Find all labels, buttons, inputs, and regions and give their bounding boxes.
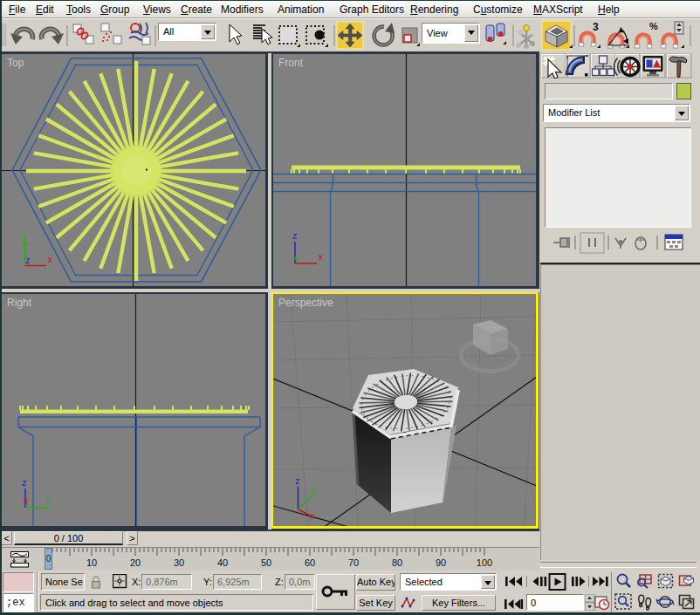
svg-text:90: 90 [436,557,446,568]
svg-text:80: 80 [392,557,402,568]
svg-text:70: 70 [348,557,359,568]
svg-text:Perspective: Perspective [278,297,333,309]
svg-text:z: z [295,475,300,486]
svg-text:20: 20 [130,557,141,568]
svg-text:100: 100 [477,557,492,568]
svg-text:x: x [319,251,324,262]
svg-text:z: z [22,477,27,488]
svg-text:30: 30 [174,557,184,568]
svg-text:x: x [310,510,315,521]
svg-text:x: x [48,254,53,264]
svg-text:y: y [294,253,299,263]
svg-text:3: 3 [593,21,599,33]
svg-text:y: y [22,230,27,241]
svg-text:60: 60 [305,557,315,568]
svg-text:y: y [312,485,317,495]
svg-text:Right: Right [7,297,32,309]
svg-text:50: 50 [261,557,271,568]
svg-text:10: 10 [86,557,97,568]
svg-text:Top: Top [7,57,24,69]
svg-text:y: y [45,495,51,506]
svg-text:z: z [292,230,298,241]
svg-text:z: z [25,255,31,265]
svg-text:Front: Front [278,57,304,69]
svg-text:40: 40 [217,557,228,568]
svg-text:%: % [649,21,658,31]
svg-text:x: x [24,495,29,506]
